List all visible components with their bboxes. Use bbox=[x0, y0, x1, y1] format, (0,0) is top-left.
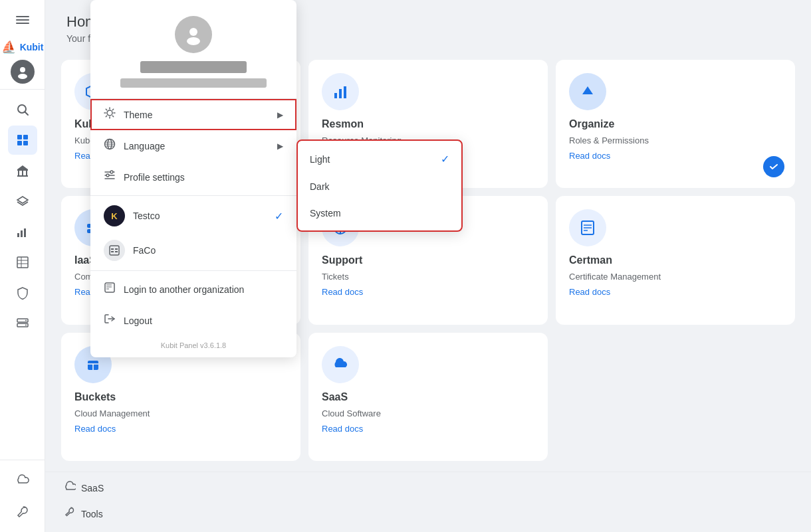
dropdown-theme-item[interactable]: Theme ▶ bbox=[90, 99, 296, 130]
sidebar-item-saas[interactable] bbox=[8, 466, 37, 495]
language-icon bbox=[104, 138, 116, 153]
svg-marker-15 bbox=[17, 165, 28, 169]
saas-icon-circle bbox=[322, 346, 359, 383]
sidebar-item-chart[interactable] bbox=[8, 217, 37, 246]
svg-point-3 bbox=[20, 67, 25, 72]
dropdown-profile-settings-item[interactable]: Profile settings bbox=[90, 161, 296, 193]
theme-icon bbox=[104, 107, 116, 122]
sidebar-item-tools[interactable] bbox=[8, 497, 37, 527]
dropdown-avatar bbox=[175, 16, 212, 53]
svg-rect-43 bbox=[110, 246, 119, 255]
dropdown-org-testco[interactable]: K Testco ✓ bbox=[90, 199, 296, 233]
organize-sub: Roles & Permissions bbox=[569, 135, 782, 145]
card-saas: SaaS Cloud Software Read docs bbox=[308, 333, 548, 461]
svg-rect-9 bbox=[17, 141, 22, 145]
svg-marker-17 bbox=[17, 197, 28, 203]
svg-rect-56 bbox=[339, 89, 342, 98]
testco-check-icon: ✓ bbox=[275, 210, 283, 222]
sidebar-item-dashboard[interactable] bbox=[8, 126, 37, 155]
svg-point-32 bbox=[107, 110, 112, 116]
language-label: Language bbox=[124, 141, 269, 151]
dropdown-org-faco[interactable]: FaCo bbox=[90, 233, 296, 268]
tools-bottom-icon bbox=[64, 506, 76, 521]
buckets-sub: Cloud Management bbox=[74, 408, 287, 418]
resmon-icon-circle bbox=[322, 73, 359, 110]
avatar-button[interactable] bbox=[11, 60, 35, 84]
svg-rect-7 bbox=[17, 135, 22, 139]
theme-system-label: System bbox=[310, 208, 341, 219]
sidebar-item-search[interactable] bbox=[8, 95, 37, 124]
svg-point-28 bbox=[25, 320, 27, 321]
support-title: Support bbox=[322, 254, 534, 266]
saas-bottom-label: SaaS bbox=[81, 483, 104, 493]
sidebar-item-table[interactable] bbox=[8, 248, 37, 277]
dropdown-login-another-item[interactable]: Login to another organization bbox=[90, 274, 296, 305]
sidebar-nav bbox=[8, 90, 37, 460]
saas-title: SaaS bbox=[322, 391, 534, 403]
sidebar-item-layers[interactable] bbox=[8, 187, 37, 216]
svg-rect-10 bbox=[23, 141, 28, 145]
svg-point-42 bbox=[110, 171, 113, 173]
dropdown-logout-item[interactable]: Logout bbox=[90, 305, 296, 336]
svg-rect-1 bbox=[16, 19, 29, 21]
svg-rect-16 bbox=[17, 175, 28, 177]
hamburger-button[interactable] bbox=[8, 5, 37, 35]
support-read-docs[interactable]: Read docs bbox=[322, 287, 534, 297]
organize-badge bbox=[763, 156, 784, 177]
organize-icon-circle bbox=[569, 73, 606, 110]
theme-option-light[interactable]: Light ✓ bbox=[296, 145, 463, 173]
profile-settings-label: Profile settings bbox=[124, 172, 283, 183]
organize-title: Organize bbox=[569, 118, 782, 130]
sidebar-item-bank[interactable] bbox=[8, 156, 37, 185]
dropdown-name-placeholder bbox=[140, 61, 247, 73]
sidebar-bottom bbox=[0, 460, 45, 527]
svg-rect-13 bbox=[22, 171, 23, 175]
certman-sub: Certificate Management bbox=[569, 272, 782, 282]
tools-bottom-item[interactable]: Tools bbox=[56, 501, 800, 527]
svg-rect-12 bbox=[18, 171, 19, 175]
saas-bottom-item[interactable]: SaaS bbox=[56, 475, 800, 501]
login-another-label: Login to another organization bbox=[124, 284, 283, 295]
divider-2 bbox=[90, 270, 296, 271]
svg-rect-57 bbox=[344, 86, 346, 98]
svg-point-31 bbox=[187, 37, 200, 45]
svg-rect-2 bbox=[16, 23, 29, 24]
organize-read-docs[interactable]: Read docs bbox=[569, 151, 782, 161]
theme-light-check-icon: ✓ bbox=[441, 153, 449, 165]
dropdown-language-item[interactable]: Language ▶ bbox=[90, 130, 296, 161]
theme-option-dark[interactable]: Dark bbox=[296, 173, 463, 200]
saas-bottom-icon bbox=[64, 480, 76, 495]
svg-rect-19 bbox=[21, 230, 23, 237]
logout-icon bbox=[104, 313, 116, 328]
faco-avatar bbox=[104, 240, 125, 261]
logo-icon: ⛵ bbox=[1, 40, 16, 54]
svg-line-6 bbox=[25, 112, 28, 116]
logo-area[interactable]: ⛵ Kubit bbox=[0, 37, 49, 57]
theme-light-label: Light bbox=[310, 154, 330, 165]
svg-point-30 bbox=[189, 28, 197, 36]
sidebar-item-storage[interactable] bbox=[8, 309, 37, 338]
theme-arrow-icon: ▶ bbox=[277, 110, 283, 120]
theme-option-system[interactable]: System bbox=[296, 200, 463, 226]
sidebar-item-shield[interactable] bbox=[8, 278, 37, 308]
logo-text: Kubit bbox=[20, 42, 44, 52]
version-label: Kubit Panel v3.6.1.8 bbox=[90, 336, 296, 352]
svg-rect-8 bbox=[23, 135, 28, 139]
svg-rect-18 bbox=[17, 233, 19, 237]
svg-rect-22 bbox=[17, 257, 28, 268]
svg-rect-21 bbox=[27, 226, 28, 227]
certman-title: Certman bbox=[569, 254, 782, 266]
buckets-title: Buckets bbox=[74, 391, 287, 403]
certman-read-docs[interactable]: Read docs bbox=[569, 287, 782, 297]
language-arrow-icon: ▶ bbox=[277, 141, 283, 151]
svg-rect-44 bbox=[111, 248, 114, 250]
card-organize: Organize Roles & Permissions Read docs bbox=[556, 60, 795, 188]
profile-settings-icon bbox=[104, 169, 116, 185]
svg-rect-20 bbox=[24, 228, 26, 237]
buckets-read-docs[interactable]: Read docs bbox=[74, 424, 287, 434]
sidebar-top: ⛵ Kubit bbox=[0, 5, 45, 90]
divider-1 bbox=[90, 195, 296, 196]
svg-rect-45 bbox=[111, 251, 114, 252]
certman-icon-circle bbox=[569, 209, 606, 246]
saas-read-docs[interactable]: Read docs bbox=[322, 424, 534, 434]
